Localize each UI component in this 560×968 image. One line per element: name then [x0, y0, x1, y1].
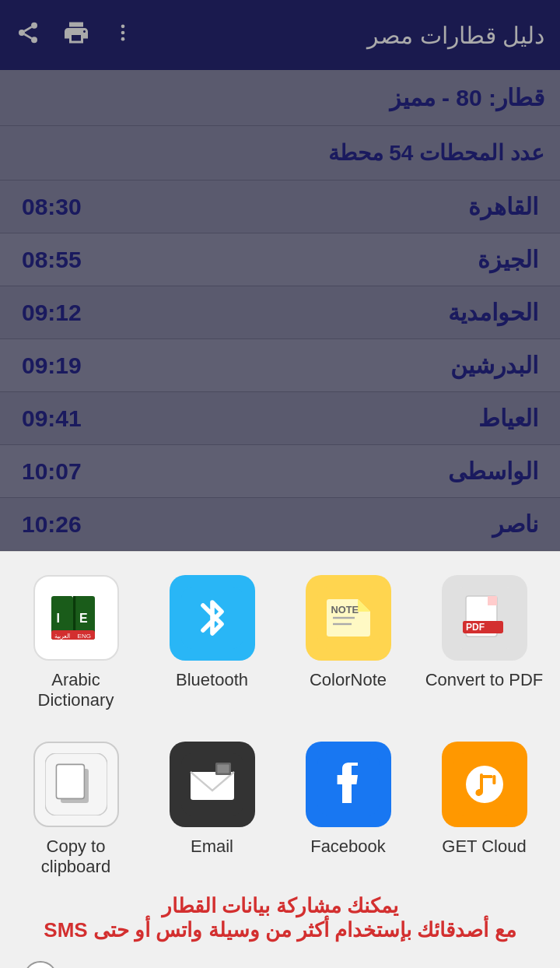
station-name: الواسطى: [448, 458, 538, 485]
svg-rect-35: [191, 772, 234, 800]
more-icon[interactable]: [112, 22, 134, 49]
svg-rect-37: [217, 764, 229, 773]
app-arabic-dictionary[interactable]: I E العربية ENG Arabic Dictionary: [14, 575, 138, 710]
svg-text:E: E: [79, 612, 88, 625]
svg-line-4: [24, 26, 31, 30]
getcloud-label: GET Cloud: [442, 836, 526, 857]
station-name: ناصر: [492, 510, 538, 538]
app-email[interactable]: Email: [150, 742, 275, 857]
app-facebook[interactable]: Facebook: [286, 742, 411, 857]
svg-rect-41: [481, 775, 492, 778]
svg-line-3: [24, 34, 31, 38]
remember-row[interactable]: ✓ Remember this choice: [0, 947, 560, 968]
schedule-row: القاهرة08:30: [0, 181, 560, 233]
remember-checkbox[interactable]: ✓: [23, 961, 58, 968]
convert-pdf-icon: PDF: [442, 575, 527, 661]
svg-point-6: [121, 30, 125, 34]
train-info-row: قطار: 80 - مميز: [0, 70, 560, 126]
schedule-row: البدرشين09:19: [0, 339, 560, 392]
station-name: القاهرة: [468, 193, 538, 220]
svg-rect-42: [492, 775, 495, 784]
svg-point-2: [31, 37, 37, 43]
facebook-icon: [306, 742, 391, 827]
station-time: 08:30: [22, 194, 82, 220]
bluetooth-label: Bluetooth: [176, 670, 248, 690]
station-time: 08:55: [22, 247, 82, 273]
station-time: 09:19: [22, 352, 82, 379]
station-name: الجيزة: [478, 246, 538, 273]
svg-point-5: [121, 24, 125, 28]
app-get-cloud[interactable]: GET Cloud: [422, 742, 547, 857]
promo-line2: مع أصدقائك بإستخدام أكثر من وسيلة واتس أ…: [16, 918, 544, 942]
promo-line1: يمكنك مشاركة بيانات القطار: [16, 894, 544, 918]
svg-rect-33: [56, 764, 84, 798]
toolbar: دليل قطارات مصر: [0, 0, 560, 70]
schedule-row: ناصر10:26: [0, 498, 560, 551]
bluetooth-icon: [170, 575, 255, 661]
schedule-row: الحوامدية09:12: [0, 286, 560, 339]
share-icon[interactable]: [16, 20, 40, 51]
share-sheet: I E العربية ENG Arabic Dictionary Blueto…: [0, 551, 560, 968]
app-colornote[interactable]: NOTE ColorNote: [286, 575, 411, 690]
station-time: 10:26: [22, 511, 82, 538]
facebook-label: Facebook: [310, 836, 386, 857]
app-convert-pdf[interactable]: PDF Convert to PDF: [422, 575, 547, 690]
svg-point-1: [19, 30, 25, 36]
station-time: 09:12: [22, 300, 82, 326]
svg-point-0: [31, 22, 37, 28]
getcloud-icon: [442, 742, 527, 827]
svg-text:العربية: العربية: [54, 633, 70, 640]
svg-point-40: [466, 766, 503, 803]
clipboard-icon: [33, 742, 119, 827]
svg-text:NOTE: NOTE: [331, 604, 359, 616]
colornote-icon: NOTE: [306, 575, 391, 661]
main-content: قطار: 80 - مميز عدد المحطات 54 محطة القا…: [0, 70, 560, 551]
schedule-row: الجيزة08:55: [0, 233, 560, 286]
station-time: 09:41: [22, 405, 82, 432]
svg-rect-28: [488, 596, 497, 605]
toolbar-action-icons: [16, 19, 134, 52]
svg-text:ENG: ENG: [77, 633, 90, 640]
colornote-label: ColorNote: [310, 670, 387, 690]
share-apps-row2: Copy to clipboard Email: [0, 718, 560, 885]
schedule-row: العياط09:41: [0, 392, 560, 445]
train-label: قطار: 80 - مميز: [16, 84, 544, 111]
stations-label: عدد المحطات 54 محطة: [16, 140, 544, 166]
promo-text-block: يمكنك مشاركة بيانات القطار مع أصدقائك بإ…: [0, 885, 560, 947]
schedule-list: القاهرة08:30الجيزة08:55الحوامدية09:12الب…: [0, 181, 560, 551]
email-label: Email: [191, 836, 233, 857]
station-name: العياط: [478, 405, 538, 432]
stations-info-row: عدد المحطات 54 محطة: [0, 126, 560, 181]
share-apps-row1: I E العربية ENG Arabic Dictionary Blueto…: [0, 552, 560, 718]
clipboard-label: Copy to clipboard: [14, 836, 138, 877]
station-name: البدرشين: [450, 352, 538, 379]
schedule-row: الواسطى10:07: [0, 445, 560, 498]
station-name: الحوامدية: [448, 299, 538, 326]
svg-text:I: I: [56, 612, 59, 625]
arabic-dict-icon: I E العربية ENG: [33, 575, 119, 661]
arabic-dict-label: Arabic Dictionary: [14, 670, 138, 710]
convert-pdf-label: Convert to PDF: [425, 670, 544, 690]
app-copy-clipboard[interactable]: Copy to clipboard: [14, 742, 138, 877]
station-time: 10:07: [22, 458, 82, 485]
app-title: دليل قطارات مصر: [367, 22, 544, 49]
svg-point-7: [121, 37, 125, 40]
email-icon: [170, 742, 255, 827]
svg-text:PDF: PDF: [466, 622, 485, 633]
app-bluetooth[interactable]: Bluetooth: [150, 575, 275, 690]
print-icon[interactable]: [62, 19, 90, 52]
